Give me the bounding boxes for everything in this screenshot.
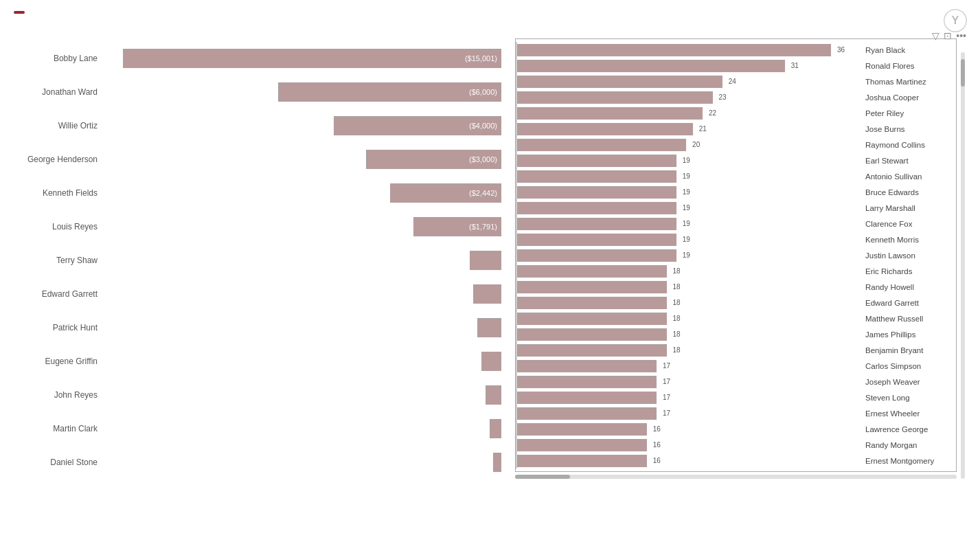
bar-fill-right: 19 [517,249,676,262]
bar-value-right: 17 [663,409,670,417]
bar-fill: ($15,001) [123,49,501,68]
bar-row-right: 21 [517,121,846,137]
bar-label: Terry Shaw [14,256,103,265]
h-scrollbar-thumb[interactable] [515,475,570,479]
horizontal-scrollbar[interactable] [515,475,957,479]
bar-row-right: 31 [517,58,846,74]
bar-value-right: 20 [692,141,700,148]
svg-text:Y: Y [952,14,959,26]
bar-fill-right: 19 [517,186,676,199]
bar-fill-right: 22 [517,107,703,120]
broker-name: Ryan Black [865,42,956,58]
bar-row-right: 18 [517,263,846,279]
bar-area [103,283,501,305]
bar-area: ($15,001) [103,47,501,69]
bar-row-right: 18 [517,311,846,326]
broker-name: Benjamin Bryant [865,342,956,358]
bar-row: Jonathan Ward($6,000) [14,75,501,109]
bar-value: ($6,000) [469,88,497,96]
bar-label: Edward Garrett [14,289,103,299]
bar-value-right: 36 [837,46,845,54]
scrollbar-track[interactable] [961,52,965,479]
logo-area: Y [943,8,968,33]
more-icon[interactable]: ••• [956,30,966,41]
broker-name: Edward Garrett [865,295,956,311]
bar-fill [486,385,501,405]
bar-area [103,317,501,339]
bar-row: George Henderson($3,000) [14,142,501,176]
bar-fill-right: 16 [517,439,647,451]
bar-fill: ($1,791) [413,217,501,236]
bar-value-right: 19 [683,204,690,212]
bar-fill: ($6,000) [278,82,501,102]
right-bar-chart: 3631242322212019191919191919181818181818… [516,42,846,469]
bar-value: ($2,442) [469,189,497,197]
right-chart-inner: 3631242322212019191919191919181818181818… [515,38,966,479]
broker-name: Bruce Edwards [865,184,956,200]
bar-fill-right: 16 [517,423,647,436]
bar-row-right: 36 [517,42,846,58]
bar-fill-right: 17 [517,360,657,372]
bar-row: Louis Reyes($1,791) [14,210,501,243]
bar-fill: ($3,000) [366,150,501,169]
broker-name: Earl Stewart [865,153,956,168]
bar-value-right: 17 [663,394,670,401]
bar-value-right: 18 [672,283,680,291]
bar-area [103,384,501,406]
bar-value-right: 18 [672,315,680,322]
broker-name: Kenneth Morris [865,232,956,247]
bar-row-right: 19 [517,200,846,216]
bar-area [103,350,501,372]
bar-fill-right: 23 [517,91,713,104]
bar-label: Eugene Griffin [14,357,103,366]
bar-row-right: 17 [517,358,846,374]
bar-value-right: 18 [672,267,680,275]
page-number [14,11,25,14]
left-chart: Bobby Lane($15,001)Jonathan Ward($6,000)… [14,30,508,479]
bar-row-right: 20 [517,137,846,153]
bar-fill-right: 16 [517,455,647,467]
bar-value-right: 16 [653,441,661,449]
bar-fill-right: 24 [517,76,722,88]
bar-fill [477,318,501,337]
header [14,11,966,14]
bar-fill-right: 31 [517,60,785,72]
broker-name: Antonio Sullivan [865,168,956,184]
bar-value-right: 24 [729,78,736,85]
bar-value: ($1,791) [469,223,497,231]
bar-value-right: 19 [683,157,690,164]
bar-row-right: 17 [517,374,846,390]
broker-name: Steven Long [865,390,956,405]
scrollbar-thumb[interactable] [961,59,965,87]
bar-label: Martin Clark [14,424,103,433]
bar-row-right: 16 [517,421,846,437]
bar-fill-right: 19 [517,202,676,214]
broker-name: Thomas Martinez [865,74,956,89]
bar-value-right: 19 [683,220,690,227]
bar-fill-right: 18 [517,344,667,357]
bar-fill-right: 17 [517,392,657,404]
broker-name: Randy Morgan [865,437,956,453]
bar-fill-right: 18 [517,328,667,341]
bar-fill-right: 17 [517,407,657,420]
bar-value-right: 16 [653,425,661,433]
broker-name: Raymond Collins [865,137,956,153]
bar-fill-right: 18 [517,313,667,325]
bar-value-right: 18 [672,346,680,354]
bar-label: Louis Reyes [14,222,103,232]
bar-fill-right: 18 [517,297,667,309]
bar-fill [470,251,501,270]
bar-value-right: 19 [683,172,690,180]
bar-value-right: 16 [653,457,661,464]
bar-label: Kenneth Fields [14,188,103,198]
bar-row: Daniel Stone [14,445,501,479]
bar-area [103,451,501,473]
bar-label: Jonathan Ward [14,87,103,97]
broker-name: Carlos Simpson [865,358,956,374]
bar-fill [490,419,501,438]
bar-fill-right: 19 [517,170,676,183]
broker-name: Justin Lawson [865,247,956,263]
bar-label: Bobby Lane [14,54,103,63]
bar-fill-right: 20 [517,139,686,151]
broker-name: Matthew Russell [865,311,956,326]
